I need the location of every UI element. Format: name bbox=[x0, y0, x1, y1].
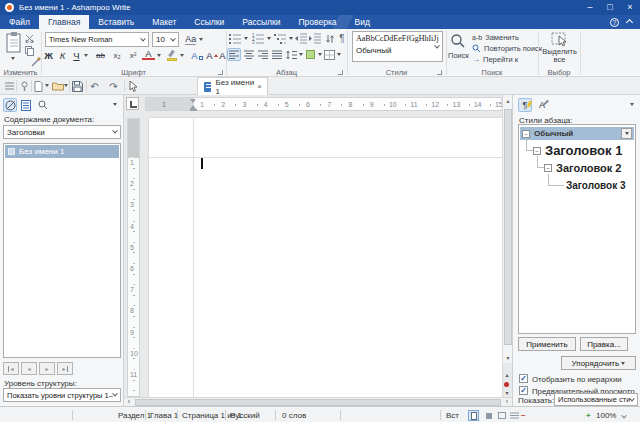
shading-button[interactable] bbox=[304, 48, 317, 61]
highlight-dropdown[interactable] bbox=[180, 54, 184, 57]
zoom-level[interactable]: 100% bbox=[596, 411, 616, 420]
pages-view-button[interactable] bbox=[19, 98, 33, 112]
font-dialog-launcher[interactable] bbox=[218, 70, 223, 75]
select-all-button[interactable]: Выделить все bbox=[541, 32, 578, 64]
style-item-heading2[interactable]: − Заголовок 2 bbox=[544, 162, 621, 174]
sort-button[interactable] bbox=[323, 32, 336, 45]
paste-dropdown[interactable] bbox=[11, 57, 15, 60]
superscript-button[interactable]: x² bbox=[126, 49, 140, 62]
underline-button[interactable]: Ч bbox=[70, 49, 83, 62]
styles-tree[interactable]: − Обычный − Заголовок 1 − Заголовок 2 За… bbox=[518, 124, 636, 334]
collapse-icon[interactable]: − bbox=[533, 147, 541, 155]
redo-button[interactable]: ↷ bbox=[107, 79, 120, 93]
next-page-button[interactable]: ▾ bbox=[502, 389, 512, 396]
tab-insert[interactable]: Вставить bbox=[89, 15, 143, 29]
vertical-scrollbar[interactable]: ▴ ▾ bbox=[502, 95, 512, 363]
tab-references[interactable]: Ссылки bbox=[185, 15, 233, 29]
style-gallery[interactable]: AaBbCcDdEeFfGgHhIiJj Обычный bbox=[352, 31, 443, 62]
align-center-button[interactable] bbox=[242, 48, 256, 61]
underline-dropdown[interactable] bbox=[84, 54, 88, 57]
outline-item-selected[interactable]: Без имени 1 bbox=[5, 145, 119, 158]
format-painter-button[interactable] bbox=[30, 55, 41, 68]
grow-font-button[interactable]: А bbox=[206, 49, 218, 62]
apply-style-button[interactable]: Применить bbox=[518, 337, 576, 351]
edit-style-button[interactable]: Правка... bbox=[580, 337, 628, 351]
style-dropdown[interactable] bbox=[621, 128, 632, 139]
borders-button[interactable] bbox=[323, 48, 336, 61]
style-item-heading1[interactable]: − Заголовок 1 bbox=[533, 143, 622, 158]
zoom-in-button[interactable]: + bbox=[586, 411, 591, 420]
status-language[interactable]: Русский bbox=[230, 411, 260, 420]
view-fullscreen-button[interactable] bbox=[496, 410, 507, 421]
paragraph-styles-button[interactable]: ¶ bbox=[518, 98, 532, 112]
undo-button[interactable]: ↶ bbox=[88, 79, 101, 93]
status-chapter[interactable]: Глава 1 bbox=[150, 411, 178, 420]
tab-file[interactable]: Файл bbox=[0, 15, 39, 29]
tab-stop-selector[interactable] bbox=[126, 97, 139, 110]
level-select[interactable]: Показать уровни структуры 1–9 bbox=[3, 388, 121, 402]
numbered-list-button[interactable]: 123 bbox=[251, 32, 266, 45]
character-styles-button[interactable]: А bbox=[535, 98, 549, 112]
preview-checkbox[interactable]: ✓ bbox=[519, 386, 528, 395]
document-tab[interactable]: Без имени 1 × bbox=[197, 77, 268, 95]
justify-button[interactable] bbox=[270, 48, 284, 61]
close-tab-icon[interactable]: × bbox=[257, 82, 262, 91]
vertical-scrollbar-thumb[interactable] bbox=[504, 109, 512, 345]
panel-search-button[interactable] bbox=[36, 98, 50, 112]
browse-object-button[interactable] bbox=[504, 382, 509, 387]
help-icon[interactable]: ? bbox=[610, 18, 619, 27]
tab-home[interactable]: Главная bbox=[39, 15, 89, 29]
view-page-layout-button[interactable] bbox=[468, 410, 479, 421]
horizontal-scrollbar[interactable]: ‹ › bbox=[124, 397, 512, 406]
panel-options-dropdown[interactable] bbox=[630, 103, 634, 106]
save-button[interactable] bbox=[71, 79, 84, 93]
maximize-button[interactable]: □ bbox=[600, 0, 620, 15]
status-word-count[interactable]: 0 слов bbox=[282, 411, 306, 420]
scroll-down-icon[interactable]: ▾ bbox=[503, 354, 512, 361]
change-case-button[interactable]: Аа bbox=[183, 33, 205, 46]
next-heading-button[interactable]: ▸ bbox=[39, 362, 55, 375]
scroll-up-icon[interactable]: ▴ bbox=[503, 97, 512, 104]
bullet-list-dropdown[interactable] bbox=[244, 37, 248, 40]
panel-options-dropdown[interactable] bbox=[113, 103, 117, 106]
outline-view-button[interactable] bbox=[3, 98, 17, 112]
content-type-select[interactable]: Заголовки bbox=[3, 125, 121, 139]
menu-button[interactable] bbox=[3, 79, 15, 93]
highlight-button[interactable] bbox=[165, 49, 178, 62]
paragraph-dialog-launcher[interactable] bbox=[338, 70, 343, 75]
align-left-button[interactable] bbox=[227, 48, 241, 61]
line-spacing-button[interactable] bbox=[285, 48, 299, 61]
collapse-ribbon-icon[interactable] bbox=[626, 18, 633, 25]
horizontal-ruler[interactable]: 1 123456789101112131415 bbox=[145, 97, 502, 111]
clear-formatting-button[interactable]: А bbox=[190, 49, 204, 62]
font-color-button[interactable]: А bbox=[142, 49, 155, 60]
collapse-icon[interactable]: − bbox=[544, 164, 552, 172]
bold-button[interactable]: Ж bbox=[42, 49, 55, 62]
minimize-button[interactable]: – bbox=[580, 0, 600, 15]
document-outline-list[interactable]: Без имени 1 bbox=[3, 143, 121, 358]
touch-mode-button[interactable] bbox=[18, 79, 30, 93]
tab-mailings[interactable]: Рассылки bbox=[233, 15, 289, 29]
multilevel-list-button[interactable] bbox=[273, 32, 288, 45]
repeat-search-button[interactable]: Повторить поиск bbox=[472, 43, 542, 53]
view-outline-button[interactable] bbox=[509, 410, 520, 421]
insert-mode-indicator[interactable]: Вст bbox=[446, 411, 459, 420]
previous-heading-button[interactable]: ◂ bbox=[21, 362, 37, 375]
scroll-left-icon[interactable]: ‹ bbox=[124, 398, 134, 406]
collapse-icon[interactable]: − bbox=[522, 130, 530, 138]
vertical-ruler[interactable]: 1234567891011 bbox=[127, 118, 140, 397]
font-color-dropdown[interactable] bbox=[157, 54, 161, 57]
font-size-select[interactable]: 10 bbox=[152, 32, 179, 47]
last-heading-button[interactable]: ▸ bbox=[57, 362, 73, 375]
organize-styles-button[interactable]: Упорядочить bbox=[561, 356, 636, 370]
strikethrough-button[interactable]: ab bbox=[93, 49, 108, 62]
close-button[interactable]: × bbox=[620, 0, 640, 15]
view-draft-button[interactable] bbox=[483, 410, 494, 421]
previous-page-button[interactable]: ▴ bbox=[502, 371, 512, 378]
hierarchy-checkbox[interactable]: ✓ bbox=[519, 374, 528, 383]
shading-dropdown[interactable] bbox=[318, 53, 322, 56]
zoom-options-dropdown[interactable] bbox=[621, 413, 627, 419]
first-heading-button[interactable]: ◂ bbox=[3, 362, 19, 375]
decrease-indent-button[interactable] bbox=[294, 32, 308, 45]
bullet-list-button[interactable] bbox=[228, 32, 243, 45]
